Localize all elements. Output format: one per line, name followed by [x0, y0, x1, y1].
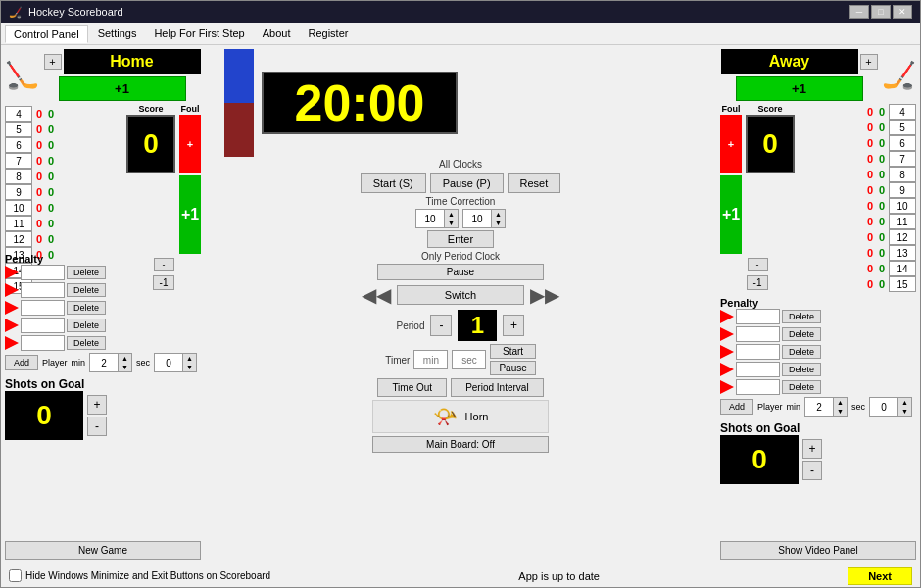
timer-start-btn[interactable]: Start	[490, 344, 535, 359]
away-penalty-sec-down[interactable]: ▼	[897, 407, 911, 416]
away-penalty-sec-up[interactable]: ▲	[897, 398, 911, 407]
away-player-num-5[interactable]	[889, 120, 916, 135]
time-corr-1-input[interactable]	[416, 210, 444, 227]
home-player-num-12[interactable]	[5, 231, 32, 247]
time-corr-2-input[interactable]	[463, 210, 491, 227]
home-team-btn[interactable]: Home	[64, 49, 201, 74]
away-player-num-8[interactable]	[889, 167, 916, 182]
away-penalty-delete-0[interactable]: Delete	[782, 310, 821, 323]
home-penalty-input-3[interactable]	[21, 318, 65, 333]
hide-buttons-checkbox[interactable]	[9, 569, 22, 582]
away-minus-one-btn[interactable]: -1	[747, 275, 769, 290]
home-score-big-btn[interactable]: +1	[179, 175, 201, 254]
minimize-button[interactable]: ─	[849, 5, 869, 19]
nav-right-arrow[interactable]: ▶▶	[530, 283, 559, 307]
away-player-num-4[interactable]	[889, 104, 916, 120]
start-btn[interactable]: Start (S)	[361, 173, 426, 193]
away-player-num-9[interactable]	[889, 182, 916, 198]
home-shots-minus-btn[interactable]: -	[87, 416, 107, 436]
away-add-penalty-btn[interactable]: Add	[720, 399, 753, 415]
away-penalty-input-0[interactable]	[736, 309, 780, 324]
away-player-num-12[interactable]	[889, 229, 916, 245]
home-penalty-sec-up[interactable]: ▲	[182, 354, 196, 363]
home-penalty-play-3[interactable]	[5, 318, 19, 332]
away-penalty-play-4[interactable]	[720, 380, 734, 394]
nav-left-arrow[interactable]: ◀◀	[362, 283, 391, 307]
away-player-num-11[interactable]	[889, 214, 916, 229]
away-player-num-10[interactable]	[889, 198, 916, 214]
reset-btn[interactable]: Reset	[508, 173, 561, 193]
away-foul-btn[interactable]: +	[720, 115, 742, 173]
away-penalty-min-up[interactable]: ▲	[833, 398, 847, 407]
pause-btn[interactable]: Pause (P)	[430, 173, 504, 193]
home-foul-btn[interactable]: +	[179, 115, 201, 173]
home-penalty-delete-2[interactable]: Delete	[67, 301, 106, 315]
home-penalty-input-0[interactable]	[21, 265, 65, 280]
time-corr-1-up[interactable]: ▲	[444, 210, 458, 219]
time-corr-2-down[interactable]: ▼	[491, 219, 505, 227]
home-penalty-min-input[interactable]	[90, 354, 118, 371]
time-corr-2-up[interactable]: ▲	[491, 210, 505, 219]
away-penalty-delete-3[interactable]: Delete	[782, 363, 821, 376]
period-interval-btn[interactable]: Period Interval	[451, 378, 543, 397]
home-penalty-min-up[interactable]: ▲	[118, 354, 131, 363]
home-penalty-input-4[interactable]	[21, 335, 65, 351]
period-plus-btn[interactable]: +	[503, 315, 524, 336]
enter-btn[interactable]: Enter	[427, 230, 494, 248]
away-player-num-14[interactable]	[889, 261, 916, 276]
away-minus-btn[interactable]: -	[748, 258, 768, 271]
home-add-score-btn[interactable]: +1	[59, 76, 186, 101]
home-penalty-input-2[interactable]	[21, 300, 65, 316]
home-penalty-delete-3[interactable]: Delete	[67, 318, 106, 332]
horn-btn[interactable]: 📯 Horn	[372, 400, 549, 433]
away-penalty-play-1[interactable]	[720, 327, 734, 341]
away-player-num-6[interactable]	[889, 135, 916, 151]
hide-buttons-checkbox-label[interactable]: Hide Windows Minimize and Exit Buttons o…	[9, 569, 270, 582]
away-score-big-btn[interactable]: +1	[720, 175, 742, 254]
home-penalty-min-down[interactable]: ▼	[118, 363, 131, 371]
away-shots-plus-btn[interactable]: +	[802, 439, 822, 459]
away-penalty-min-input[interactable]	[805, 398, 833, 416]
away-penalty-delete-1[interactable]: Delete	[782, 327, 821, 341]
away-player-num-15[interactable]	[889, 276, 916, 292]
new-game-btn[interactable]: New Game	[5, 541, 201, 560]
home-penalty-play-1[interactable]	[5, 283, 19, 297]
away-penalty-play-3[interactable]	[720, 363, 734, 376]
away-add-score-btn[interactable]: +1	[736, 76, 863, 101]
tab-control-panel[interactable]: Control Panel	[5, 25, 88, 43]
away-penalty-play-0[interactable]	[720, 310, 734, 323]
home-player-num-5[interactable]	[5, 122, 32, 137]
period-minus-btn[interactable]: -	[430, 315, 452, 336]
timer-pause-btn[interactable]: Pause	[490, 361, 535, 375]
home-penalty-play-2[interactable]	[5, 301, 19, 315]
switch-btn[interactable]: Switch	[397, 285, 524, 305]
home-left-btn[interactable]: +	[44, 54, 62, 70]
away-team-btn[interactable]: Away	[721, 49, 858, 74]
close-button[interactable]: ✕	[893, 5, 912, 19]
mainboard-btn[interactable]: Main Board: Off	[372, 436, 549, 453]
home-shots-plus-btn[interactable]: +	[87, 395, 107, 415]
away-penalty-input-3[interactable]	[736, 362, 780, 377]
home-penalty-sec-down[interactable]: ▼	[182, 363, 196, 371]
home-penalty-delete-0[interactable]: Delete	[67, 266, 106, 279]
away-penalty-input-2[interactable]	[736, 344, 780, 360]
away-penalty-input-4[interactable]	[736, 379, 780, 395]
away-player-num-13[interactable]	[889, 245, 916, 261]
home-penalty-delete-4[interactable]: Delete	[67, 336, 106, 350]
home-penalty-input-1[interactable]	[21, 282, 65, 298]
away-penalty-play-2[interactable]	[720, 345, 734, 359]
home-player-num-4[interactable]	[5, 106, 32, 122]
home-player-num-10[interactable]	[5, 200, 32, 216]
home-penalty-delete-1[interactable]: Delete	[67, 283, 106, 297]
show-video-btn[interactable]: Show Video Panel	[720, 541, 916, 560]
home-penalty-play-4[interactable]	[5, 336, 19, 350]
period-pause-btn[interactable]: Pause	[377, 264, 544, 280]
maximize-button[interactable]: □	[871, 5, 891, 19]
away-shots-minus-btn[interactable]: -	[802, 461, 822, 480]
next-btn[interactable]: Next	[848, 567, 912, 585]
away-penalty-input-1[interactable]	[736, 326, 780, 342]
away-penalty-min-down[interactable]: ▼	[833, 407, 847, 416]
menu-help[interactable]: Help For First Step	[146, 24, 252, 42]
menu-register[interactable]: Register	[300, 24, 356, 42]
home-player-num-9[interactable]	[5, 184, 32, 200]
